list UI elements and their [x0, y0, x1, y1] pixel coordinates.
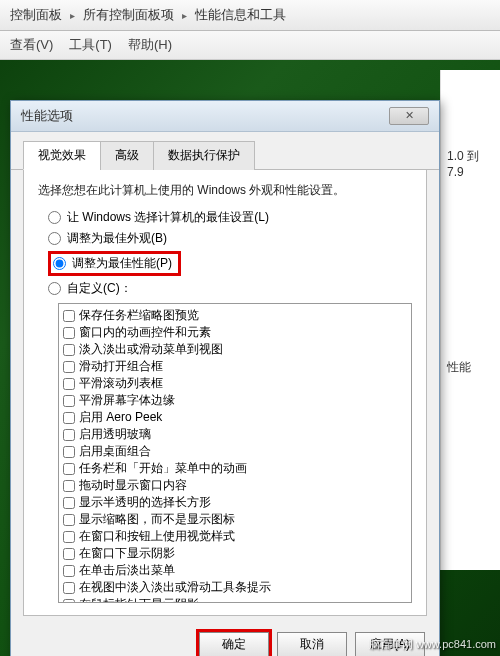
tab-dep[interactable]: 数据执行保护 — [153, 141, 255, 170]
radio-input[interactable] — [48, 211, 61, 224]
radio-input[interactable] — [53, 255, 66, 272]
menu-help[interactable]: 帮助(H) — [128, 36, 172, 54]
radio-custom[interactable]: 自定义(C)： — [48, 280, 412, 297]
radio-input[interactable] — [48, 232, 61, 245]
checkbox-label: 启用透明玻璃 — [79, 426, 151, 443]
radio-label: 调整为最佳外观(B) — [67, 230, 167, 247]
titlebar: 性能选项 ✕ — [11, 101, 439, 132]
tab-advanced[interactable]: 高级 — [100, 141, 154, 170]
score-range: 1.0 到 7.9 — [447, 148, 494, 179]
tab-row: 视觉效果 高级 数据执行保护 — [11, 132, 439, 170]
checkbox-label: 在窗口和按钮上使用视觉样式 — [79, 528, 235, 545]
right-panel: 1.0 到 7.9 性能 — [440, 70, 500, 570]
list-item[interactable]: 在窗口和按钮上使用视觉样式 — [63, 528, 407, 545]
performance-options-dialog: 性能选项 ✕ 视觉效果 高级 数据执行保护 选择您想在此计算机上使用的 Wind… — [10, 100, 440, 656]
list-item[interactable]: 在窗口下显示阴影 — [63, 545, 407, 562]
checkbox-input[interactable] — [63, 548, 75, 560]
checkbox-input[interactable] — [63, 565, 75, 577]
ok-button[interactable]: 确定 — [199, 632, 269, 656]
breadcrumb-item[interactable]: 控制面板 — [10, 6, 62, 24]
list-item[interactable]: 启用桌面组合 — [63, 443, 407, 460]
breadcrumb-item[interactable]: 性能信息和工具 — [195, 6, 286, 24]
radio-label: 让 Windows 选择计算机的最佳设置(L) — [67, 209, 269, 226]
breadcrumb: 控制面板 ▸ 所有控制面板项 ▸ 性能信息和工具 — [0, 0, 500, 31]
checkbox-label: 显示缩略图，而不是显示图标 — [79, 511, 235, 528]
checkbox-label: 启用 Aero Peek — [79, 409, 162, 426]
checkbox-label: 保存任务栏缩略图预览 — [79, 307, 199, 324]
checkbox-input[interactable] — [63, 429, 75, 441]
checkbox-label: 在鼠标指针下显示阴影 — [79, 596, 199, 603]
list-item[interactable]: 滑动打开组合框 — [63, 358, 407, 375]
checkbox-label: 任务栏和「开始」菜单中的动画 — [79, 460, 247, 477]
list-item[interactable]: 拖动时显示窗口内容 — [63, 477, 407, 494]
checkbox-label: 平滑滚动列表框 — [79, 375, 163, 392]
list-item[interactable]: 平滑滚动列表框 — [63, 375, 407, 392]
apply-button[interactable]: 应用(A) — [355, 632, 425, 656]
menu-tools[interactable]: 工具(T) — [69, 36, 112, 54]
list-item[interactable]: 平滑屏幕字体边缘 — [63, 392, 407, 409]
description-text: 选择您想在此计算机上使用的 Windows 外观和性能设置。 — [38, 182, 412, 199]
radio-best-performance-wrap: 调整为最佳性能(P) — [48, 251, 412, 276]
checkbox-label: 显示半透明的选择长方形 — [79, 494, 211, 511]
checkbox-input[interactable] — [63, 463, 75, 475]
checkbox-input[interactable] — [63, 531, 75, 543]
button-row: 确定 取消 应用(A) — [11, 624, 439, 656]
list-item[interactable]: 在鼠标指针下显示阴影 — [63, 596, 407, 603]
menu-view[interactable]: 查看(V) — [10, 36, 53, 54]
visual-effects-listbox[interactable]: 保存任务栏缩略图预览窗口内的动画控件和元素淡入淡出或滑动菜单到视图滑动打开组合框… — [58, 303, 412, 603]
list-item[interactable]: 显示半透明的选择长方形 — [63, 494, 407, 511]
checkbox-label: 在单击后淡出菜单 — [79, 562, 175, 579]
checkbox-label: 窗口内的动画控件和元素 — [79, 324, 211, 341]
list-item[interactable]: 淡入淡出或滑动菜单到视图 — [63, 341, 407, 358]
list-item[interactable]: 任务栏和「开始」菜单中的动画 — [63, 460, 407, 477]
checkbox-label: 启用桌面组合 — [79, 443, 151, 460]
tab-body: 选择您想在此计算机上使用的 Windows 外观和性能设置。 让 Windows… — [23, 170, 427, 616]
checkbox-input[interactable] — [63, 344, 75, 356]
list-item[interactable]: 在视图中淡入淡出或滑动工具条提示 — [63, 579, 407, 596]
checkbox-label: 拖动时显示窗口内容 — [79, 477, 187, 494]
cancel-button[interactable]: 取消 — [277, 632, 347, 656]
checkbox-label: 滑动打开组合框 — [79, 358, 163, 375]
chevron-right-icon: ▸ — [182, 10, 187, 21]
list-item[interactable]: 显示缩略图，而不是显示图标 — [63, 511, 407, 528]
checkbox-input[interactable] — [63, 582, 75, 594]
dialog-title: 性能选项 — [21, 107, 73, 125]
radio-input[interactable] — [48, 282, 61, 295]
checkbox-input[interactable] — [63, 395, 75, 407]
checkbox-input[interactable] — [63, 378, 75, 390]
checkbox-label: 在窗口下显示阴影 — [79, 545, 175, 562]
checkbox-input[interactable] — [63, 599, 75, 604]
checkbox-input[interactable] — [63, 310, 75, 322]
tab-visual-effects[interactable]: 视觉效果 — [23, 141, 101, 170]
checkbox-input[interactable] — [63, 412, 75, 424]
chevron-right-icon: ▸ — [70, 10, 75, 21]
highlight-box: 调整为最佳性能(P) — [48, 251, 181, 276]
checkbox-label: 在视图中淡入淡出或滑动工具条提示 — [79, 579, 271, 596]
radio-label: 自定义(C)： — [67, 280, 132, 297]
checkbox-label: 平滑屏幕字体边缘 — [79, 392, 175, 409]
checkbox-input[interactable] — [63, 514, 75, 526]
radio-best-appearance[interactable]: 调整为最佳外观(B) — [48, 230, 412, 247]
close-button[interactable]: ✕ — [389, 107, 429, 125]
checkbox-input[interactable] — [63, 327, 75, 339]
radio-label: 调整为最佳性能(P) — [72, 255, 172, 272]
list-item[interactable]: 保存任务栏缩略图预览 — [63, 307, 407, 324]
list-item[interactable]: 窗口内的动画控件和元素 — [63, 324, 407, 341]
list-item[interactable]: 启用 Aero Peek — [63, 409, 407, 426]
menubar: 查看(V) 工具(T) 帮助(H) — [0, 31, 500, 60]
checkbox-label: 淡入淡出或滑动菜单到视图 — [79, 341, 223, 358]
checkbox-input[interactable] — [63, 446, 75, 458]
checkbox-input[interactable] — [63, 361, 75, 373]
perf-label: 性能 — [447, 359, 494, 376]
radio-let-windows-choose[interactable]: 让 Windows 选择计算机的最佳设置(L) — [48, 209, 412, 226]
list-item[interactable]: 在单击后淡出菜单 — [63, 562, 407, 579]
checkbox-input[interactable] — [63, 480, 75, 492]
checkbox-input[interactable] — [63, 497, 75, 509]
list-item[interactable]: 启用透明玻璃 — [63, 426, 407, 443]
breadcrumb-item[interactable]: 所有控制面板项 — [83, 6, 174, 24]
